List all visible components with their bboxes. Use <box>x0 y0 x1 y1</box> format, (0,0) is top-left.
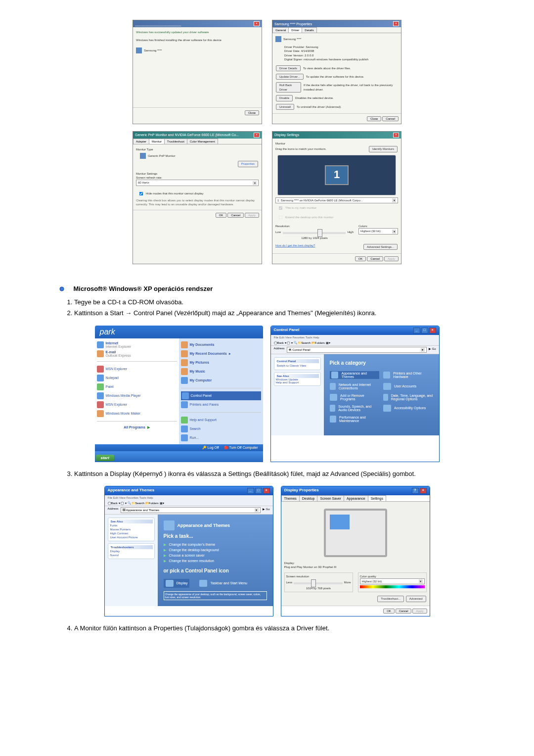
start-button[interactable]: start <box>96 455 114 461</box>
cat-network[interactable]: Network and Internet Connections <box>330 383 380 390</box>
help-item[interactable]: Help and Support <box>181 416 261 425</box>
search-item[interactable]: Search <box>181 425 261 433</box>
close-icon[interactable]: × <box>393 133 399 138</box>
apply-button[interactable]: Apply <box>412 609 427 614</box>
ok-button[interactable]: OK <box>383 609 395 614</box>
ts-link[interactable]: Display <box>110 549 153 553</box>
all-programs[interactable]: All Programs ▶ <box>97 425 177 430</box>
my-documents[interactable]: My Documents <box>181 340 261 349</box>
advanced-button[interactable]: Advanced <box>406 596 426 602</box>
close-button[interactable]: Close <box>245 110 259 115</box>
resolution-slider[interactable] <box>283 232 346 234</box>
tab-monitor[interactable]: Monitor <box>149 139 165 144</box>
maximize-icon[interactable]: □ <box>255 488 262 494</box>
close-icon[interactable]: × <box>254 21 260 26</box>
task-bg[interactable]: ▶Change the desktop background <box>164 548 267 552</box>
tab-adapter[interactable]: Adapter <box>133 139 149 144</box>
close-icon[interactable]: × <box>263 488 270 494</box>
tab-themes[interactable]: Themes <box>281 495 300 501</box>
turnoff-button[interactable]: 🔴 Turn Off Computer <box>224 446 258 450</box>
start-internet[interactable]: InternetInternet Explorer <box>97 340 177 349</box>
cat-datetime[interactable]: Date, Time, Language, and Regional Optio… <box>383 394 433 401</box>
cancel-button[interactable]: Cancel <box>396 609 412 614</box>
troubleshoot-button[interactable]: Troubleshoot... <box>377 596 404 602</box>
disable-button[interactable]: Disable <box>276 95 293 101</box>
hide-modes-checkbox[interactable] <box>139 191 143 195</box>
my-recent[interactable]: My Recent Documents ▸ <box>181 349 261 358</box>
identify-button[interactable]: Identify Monitors <box>369 146 398 152</box>
driver-details-button[interactable]: Driver Details <box>276 65 301 71</box>
maximize-icon[interactable]: □ <box>421 328 428 333</box>
tab-details[interactable]: Details <box>302 27 316 33</box>
tab-troubleshoot[interactable]: Troubleshoot <box>164 139 187 144</box>
start-item[interactable]: MSN Explorer <box>97 400 177 409</box>
close-icon[interactable]: × <box>420 488 427 494</box>
cat-perf[interactable]: Performance and Maintenance <box>330 416 380 423</box>
task-theme[interactable]: ▶Change the computer's theme <box>164 543 267 547</box>
tab-color[interactable]: Color Management <box>187 139 218 144</box>
cancel-button[interactable]: Cancel <box>227 213 244 218</box>
refresh-dropdown[interactable]: 60 Hertz▾ <box>136 180 259 186</box>
taskbar-icon-item[interactable]: Taskbar and Start Menu <box>199 579 247 588</box>
close-button[interactable]: Close <box>367 116 381 121</box>
tab-settings[interactable]: Settings <box>368 495 386 501</box>
start-email[interactable]: E-mailOutlook Express <box>97 349 177 358</box>
cat-printers[interactable]: Printers and Other Hardware <box>383 371 433 379</box>
tab-appearance[interactable]: Appearance <box>344 495 368 501</box>
tab-driver[interactable]: Driver <box>288 27 302 33</box>
ts-link[interactable]: Sound <box>110 553 153 557</box>
sidebar-link[interactable]: Fonts <box>110 523 153 527</box>
my-music[interactable]: My Music <box>181 367 261 376</box>
start-item[interactable]: Paint <box>97 382 177 391</box>
monitor-1-icon[interactable]: 1 <box>325 165 349 185</box>
cat-appearance[interactable]: Appearance and Themes <box>330 371 380 379</box>
close-icon[interactable]: × <box>393 21 399 26</box>
close-icon[interactable]: × <box>254 133 260 138</box>
cat-access[interactable]: Accessibility Options <box>383 405 433 412</box>
cancel-button[interactable]: Cancel <box>382 116 399 121</box>
tab-screensaver[interactable]: Screen Saver <box>317 495 344 501</box>
my-computer[interactable]: My Computer <box>181 376 261 385</box>
sidebar-link[interactable]: User Account Picture <box>110 535 153 539</box>
apply-button[interactable]: Apply <box>245 213 259 218</box>
resolution-slider[interactable] <box>294 582 343 584</box>
color-dropdown[interactable]: Highest (32 bit)▾ <box>358 228 398 234</box>
display-device-dropdown[interactable]: 1. Samsung **** on NVIDIA GeForce 6600 L… <box>275 197 398 203</box>
uninstall-button[interactable]: Uninstall <box>276 104 294 110</box>
advanced-settings-button[interactable]: Advanced Settings... <box>363 244 398 250</box>
ok-button[interactable]: OK <box>355 256 366 261</box>
display-icon-item[interactable]: Display <box>164 579 190 588</box>
monitor-layout-area[interactable]: 1 <box>277 155 396 195</box>
close-icon[interactable]: × <box>429 328 436 333</box>
help-link[interactable]: How do I get the best display? <box>275 243 315 250</box>
my-pictures[interactable]: My Pictures <box>181 358 261 367</box>
cat-sounds[interactable]: Sounds, Speech, and Audio Devices <box>330 405 380 412</box>
cat-users[interactable]: User Accounts <box>383 383 433 390</box>
minimize-icon[interactable]: _ <box>413 328 420 333</box>
sidebar-link[interactable]: Mouse Pointers <box>110 527 153 531</box>
start-item[interactable]: Notepad <box>97 374 177 382</box>
logoff-button[interactable]: 🔑 Log Off <box>202 446 219 450</box>
tab-desktop[interactable]: Desktop <box>299 495 318 501</box>
start-item[interactable]: MSN Explorer <box>97 365 177 374</box>
printers-item[interactable]: Printers and Faxes <box>181 400 261 409</box>
start-item[interactable]: Windows Media Player <box>97 391 177 400</box>
color-dropdown[interactable]: Highest (32 bit)▾ <box>360 578 425 584</box>
cancel-button[interactable]: Cancel <box>367 256 383 261</box>
run-item[interactable]: Run... <box>181 433 261 442</box>
apply-button[interactable]: Apply <box>384 256 399 261</box>
task-ss[interactable]: ▶Choose a screen saver <box>164 554 267 558</box>
help-link[interactable]: Help and Support <box>276 381 319 384</box>
ok-button[interactable]: OK <box>216 213 227 218</box>
cat-addremove[interactable]: Add or Remove Programs <box>330 394 380 401</box>
rollback-button[interactable]: Roll Back Driver <box>276 82 301 93</box>
tab-general[interactable]: General <box>272 27 289 33</box>
minimize-icon[interactable]: _ <box>247 488 254 494</box>
task-res[interactable]: ▶Change the screen resolution <box>164 559 267 563</box>
help-icon[interactable]: ? <box>412 488 419 494</box>
start-item[interactable]: Windows Movie Maker <box>97 409 177 418</box>
sidebar-link[interactable]: High Contrast <box>110 531 153 535</box>
switch-view[interactable]: Switch to Classic View <box>276 363 319 368</box>
properties-button[interactable]: Properties <box>238 161 258 167</box>
update-driver-button[interactable]: Update Driver... <box>276 74 304 80</box>
